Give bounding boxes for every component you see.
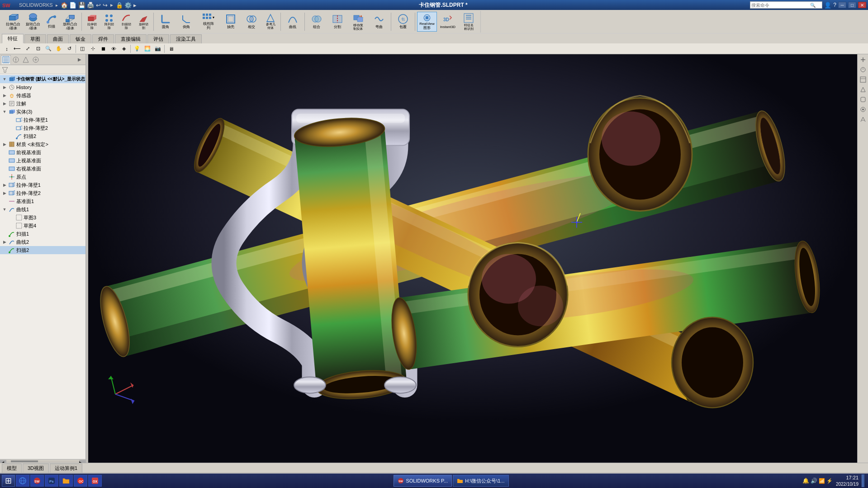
ft-tab-dimmgr[interactable]: [31, 55, 41, 64]
revolve-btn[interactable]: 旋转凸台/基体: [24, 12, 43, 32]
tree-top-plane[interactable]: 上视基准面: [0, 156, 85, 165]
flex-btn[interactable]: 弯曲: [369, 12, 389, 32]
sweep-cut-btn[interactable]: 扫描切除: [118, 12, 134, 32]
tree-curve2[interactable]: ▶ 曲线2: [0, 238, 85, 246]
tab-sketch[interactable]: 草图: [24, 34, 46, 43]
scroll-track[interactable]: [6, 460, 79, 462]
tab-render[interactable]: 渲染工具: [170, 34, 202, 43]
rotate-btn[interactable]: ↺: [64, 44, 74, 53]
pattern-btn[interactable]: 阵列切除: [101, 12, 117, 32]
scroll-right-btn[interactable]: ▶: [79, 460, 85, 463]
3d-viewport[interactable]: [88, 54, 857, 463]
tree-pull-thin1[interactable]: ▶ 拉伸-薄壁1: [0, 181, 85, 189]
rt-btn-3[interactable]: [859, 75, 868, 84]
hide-show-btn[interactable]: 👁: [109, 44, 119, 53]
taskbar-sw-active[interactable]: SW SOLIDWORKS P...: [394, 475, 452, 487]
loft-btn[interactable]: 放样凸台/基体: [61, 12, 80, 32]
edit-appear-btn[interactable]: ◈: [119, 44, 129, 53]
tree-ref-plane1[interactable]: 基准面1: [0, 197, 85, 205]
tree-notes[interactable]: ▶ 注解: [0, 99, 85, 108]
view-orient-btn[interactable]: ⊹: [88, 44, 98, 53]
minimize-button[interactable]: ─: [838, 2, 846, 8]
tree-hscrollbar[interactable]: ◀ ▶: [0, 459, 85, 463]
show-desktop-btn[interactable]: [862, 474, 864, 487]
taskbar-ps[interactable]: Ps: [45, 475, 58, 487]
camera-btn[interactable]: 📷: [153, 44, 163, 53]
ref-geom-btn[interactable]: 参考几何体: [262, 12, 279, 32]
tree-root[interactable]: ▼ 卡住钢管 (默认 <<默认>_显示状态 1>): [0, 75, 85, 83]
tab-sheet-metal[interactable]: 钣金: [70, 34, 91, 43]
extrude-cut-btn[interactable]: 拉伸切除: [84, 12, 100, 32]
rt-btn-4[interactable]: [859, 85, 868, 94]
taskbar-app1[interactable]: OC: [74, 475, 87, 487]
user-icon[interactable]: 👤: [824, 2, 831, 9]
start-button[interactable]: ⊞: [2, 475, 15, 487]
pan-btn[interactable]: ✋: [54, 44, 64, 53]
maximize-button[interactable]: □: [848, 2, 856, 8]
monitor-btn[interactable]: 🖥: [166, 44, 176, 53]
rt-btn-1[interactable]: [859, 55, 868, 64]
taskbar-ie[interactable]: [16, 475, 29, 487]
display-mode-btn[interactable]: ◼: [98, 44, 108, 53]
ft-tab-configmgr[interactable]: [21, 55, 31, 64]
wrap-btn[interactable]: 包 包覆: [393, 12, 413, 32]
move-copy-btn[interactable]: 移动/复制实体: [348, 12, 368, 32]
tab-weldments[interactable]: 焊件: [92, 34, 114, 43]
tab-features[interactable]: 特征: [2, 34, 24, 43]
tree-sketch4[interactable]: 草图4: [0, 222, 85, 230]
curve-btn[interactable]: 曲线: [283, 12, 303, 32]
tree-sweep2[interactable]: 扫描2: [0, 246, 85, 254]
tree-pull-thin2[interactable]: ▶ 拉伸-薄壁2: [0, 189, 85, 197]
rt-btn-5[interactable]: [859, 95, 868, 104]
ft-tab-featuremgr[interactable]: [1, 55, 11, 64]
scroll-left-btn[interactable]: ◀: [0, 460, 6, 463]
tab-evaluate[interactable]: 评估: [147, 34, 169, 43]
feature-mgr-btn[interactable]: 特征名称识别: [459, 12, 479, 32]
tree-front-plane[interactable]: 前视基准面: [0, 148, 85, 156]
search-input[interactable]: [751, 3, 810, 8]
tree-sweep2-child[interactable]: 扫描2: [0, 132, 85, 140]
loft-cut-btn[interactable]: 放样切割: [135, 12, 152, 32]
tree-pull1[interactable]: 拉伸-薄壁1: [0, 116, 85, 124]
zoom-in-btn[interactable]: 🔍: [43, 44, 53, 53]
scroll-thumb[interactable]: [11, 460, 38, 462]
instant3d-btn[interactable]: 3D Instant3D: [438, 12, 458, 32]
tab-direct-edit[interactable]: 直接编辑: [115, 34, 147, 43]
extrude-boss-btn[interactable]: 拉伸凸台/基体: [4, 12, 23, 32]
tree-sensors[interactable]: ▶ 传感器: [0, 91, 85, 99]
shell-btn[interactable]: 抽壳: [221, 12, 241, 32]
rt-btn-2[interactable]: [859, 65, 868, 74]
rt-btn-6[interactable]: [859, 105, 868, 114]
tree-origin[interactable]: 原点: [0, 173, 85, 181]
feature-tree-content[interactable]: ▼ 卡住钢管 (默认 <<默认>_显示状态 1>) ▶: [0, 74, 85, 459]
orient-btn[interactable]: ↕: [2, 44, 12, 53]
search-box[interactable]: 🔍: [750, 1, 822, 9]
taskbar-folder[interactable]: [59, 475, 73, 487]
help-icon[interactable]: ?: [833, 2, 836, 8]
tree-material[interactable]: ▶ 材质 <未指定>: [0, 140, 85, 148]
realview-btn[interactable]: RealView图形: [417, 12, 437, 32]
section-view-btn[interactable]: ◫: [77, 44, 87, 53]
fillet-btn[interactable]: 圆角: [156, 12, 175, 32]
zoom-fit-btn[interactable]: ⤢: [23, 44, 33, 53]
tree-pull2[interactable]: 拉伸-薄壁2: [0, 124, 85, 132]
split-btn[interactable]: 分割: [327, 12, 347, 32]
btab-3dview[interactable]: 3D视图: [23, 464, 49, 473]
btab-motion[interactable]: 运动算例1: [50, 464, 82, 473]
btab-model[interactable]: 模型: [2, 464, 22, 473]
combine-btn[interactable]: 组合: [307, 12, 327, 32]
chamfer-btn[interactable]: 倒角: [176, 12, 196, 32]
pattern-list-btn[interactable]: ▼: [202, 13, 215, 22]
taskbar-folder-active[interactable]: H:\微信公众号\1...: [453, 475, 508, 487]
zoom-box-btn[interactable]: ⊡: [33, 44, 43, 53]
tree-sweep1[interactable]: 扫描1: [0, 230, 85, 238]
clock-display[interactable]: 17:21 2022/10/19: [834, 474, 860, 487]
tree-right-plane[interactable]: 右视基准面: [0, 165, 85, 173]
taskbar-sw2019[interactable]: SW: [30, 475, 44, 487]
tree-sketch3[interactable]: 草图3: [0, 213, 85, 222]
intersect-btn[interactable]: 相交: [242, 12, 261, 32]
close-button[interactable]: ✕: [858, 2, 866, 8]
tree-curve1[interactable]: ▼ 曲线1: [0, 205, 85, 213]
tab-surface[interactable]: 曲面: [47, 34, 69, 43]
prev-view-btn[interactable]: ⟵: [12, 44, 22, 53]
